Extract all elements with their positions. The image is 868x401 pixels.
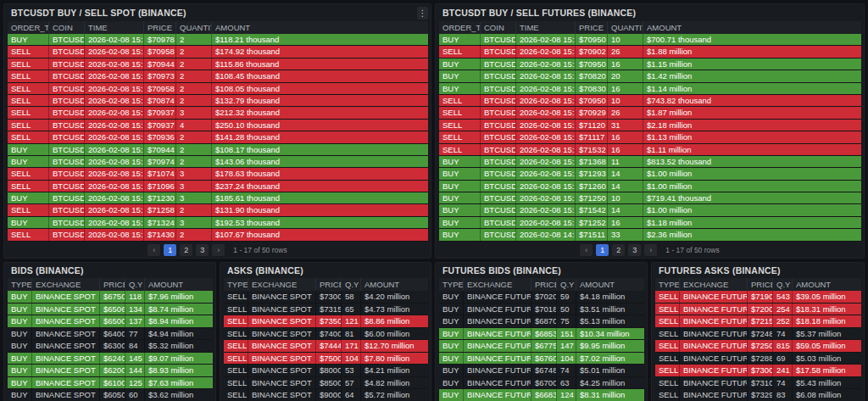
col-header-type[interactable]: TYPE: [224, 278, 248, 291]
table-row[interactable]: BUY BINANCE SPOT $63000 84 $5.32 million: [8, 340, 213, 353]
table-row[interactable]: SELL BINANCE SPOT $85000 57 $4.82 millio…: [224, 377, 428, 390]
col-header-type[interactable]: TYPE: [439, 278, 464, 291]
table-row[interactable]: BUY BTCUSDT 2026-02-08 14:58:57 $71511 3…: [439, 229, 861, 241]
table-row[interactable]: BUY BTCUSDT 2026-02-08 15:19:34 $71250 1…: [439, 192, 861, 204]
col-header-order-type[interactable]: ORDER_TYPE: [439, 21, 481, 34]
table-row[interactable]: SELL BTCUSDT 2026-02-08 15:30:25 $70958 …: [8, 46, 428, 58]
table-row[interactable]: SELL BINANCE FUTURES $73100 74 $5.43 mil…: [655, 377, 861, 390]
col-header-quantity[interactable]: QUANTITY: [608, 21, 643, 34]
panel-menu-kebab-icon[interactable]: ⋮: [417, 7, 428, 19]
table-row[interactable]: BUY BINANCE SPOT $62000 144 $8.93 millio…: [8, 365, 213, 377]
table-row[interactable]: SELL BINANCE FUTURES $73299 83 $6.08 mil…: [655, 389, 861, 401]
col-header-price[interactable]: PRICE: [576, 21, 608, 34]
table-row[interactable]: BUY BINANCE FUTURES $67600 104 $7.02 mil…: [439, 353, 644, 365]
table-row[interactable]: BUY BTCUSDT 2026-02-08 15:26:16 $70974 2…: [8, 156, 428, 168]
col-header-coin[interactable]: COIN: [49, 21, 85, 34]
col-header-price[interactable]: PRICE: [748, 278, 773, 291]
col-header-price[interactable]: PRICE: [531, 278, 557, 291]
table-row[interactable]: SELL BTCUSDT 2026-02-08 15:20:58 $71430 …: [8, 229, 428, 241]
col-header-qy[interactable]: Q.Y: [557, 278, 576, 291]
table-row[interactable]: SELL BINANCE SPOT $90000 64 $5.72 millio…: [224, 389, 428, 401]
table-row[interactable]: BUY BINANCE SPOT $67500 118 $7.96 millio…: [8, 291, 213, 304]
table-row[interactable]: BUY BTCUSDT 2026-02-08 15:19:34 $71542 1…: [439, 204, 861, 216]
table-row[interactable]: SELL BTCUSDT 2026-02-08 15:26:26 $70937 …: [8, 120, 428, 131]
table-row[interactable]: SELL BINANCE FUTURES $72500 815 $59.05 m…: [655, 340, 861, 353]
col-header-amount[interactable]: AMOUNT: [361, 278, 428, 291]
table-row[interactable]: BUY BTCUSDT 2026-02-08 15:19:56 $71260 1…: [439, 181, 861, 192]
table-row[interactable]: BUY BTCUSDT 2026-02-08 15:21:33 $71324 3…: [8, 217, 428, 229]
col-header-time[interactable]: TIME: [516, 21, 576, 34]
table-row[interactable]: SELL BTCUSDT 2026-02-08 15:25:39 $71096 …: [8, 181, 428, 192]
col-header-type[interactable]: TYPE: [655, 278, 680, 291]
table-row[interactable]: SELL BTCUSDT 2026-02-08 15:29:22 $70973 …: [8, 70, 428, 82]
table-row[interactable]: BUY BTCUSDT 2026-02-08 15:29:08 $70950 1…: [439, 58, 861, 70]
col-header-amount[interactable]: AMOUNT: [212, 21, 428, 34]
col-header-quantity[interactable]: QUANTITY: [176, 21, 212, 34]
table-row[interactable]: BUY BINANCE SPOT $61000 125 $7.63 millio…: [8, 377, 213, 390]
table-row[interactable]: SELL BTCUSDT 2026-02-08 15:25:25 $71120 …: [439, 120, 861, 131]
col-header-type[interactable]: TYPE: [8, 278, 32, 291]
table-row[interactable]: BUY BINANCE FUTURES $67488 74 $5.01 mill…: [439, 365, 644, 377]
page-button-3[interactable]: 3: [628, 244, 641, 256]
table-row[interactable]: SELL BTCUSDT 2026-02-08 15:23:05 $71258 …: [8, 204, 428, 216]
table-row[interactable]: BUY BINANCE FUTURES $70181 50 $3.51 mill…: [439, 304, 644, 316]
col-header-exchange[interactable]: EXCHANGE: [464, 278, 531, 291]
table-row[interactable]: SELL BINANCE SPOT $73150 65 $4.73 millio…: [224, 304, 428, 316]
next-page-button[interactable]: ›: [212, 244, 225, 256]
prev-page-button[interactable]: ‹: [147, 244, 160, 256]
table-row[interactable]: BUY BINANCE FUTURES $70200 59 $4.18 mill…: [439, 291, 644, 304]
table-row[interactable]: SELL BINANCE FUTURES $72888 69 $5.03 mil…: [655, 353, 861, 365]
table-row[interactable]: SELL BTCUSDT 2026-02-08 15:28:20 $70929 …: [439, 107, 861, 119]
table-row[interactable]: SELL BINANCE SPOT $73000 58 $4.20 millio…: [224, 291, 428, 304]
table-row[interactable]: SELL BINANCE SPOT $73500 121 $8.86 milli…: [224, 315, 428, 328]
table-row[interactable]: SELL BTCUSDT 2026-02-08 15:21:04 $71532 …: [439, 144, 861, 156]
table-row[interactable]: BUY BTCUSDT 2026-02-08 15:23:43 $71230 3…: [8, 192, 428, 204]
table-row[interactable]: SELL BINANCE FUTURES $73000 241 $17.58 m…: [655, 365, 861, 377]
table-row[interactable]: SELL BTCUSDT 2026-02-08 15:29:17 $70958 …: [8, 83, 428, 95]
table-row[interactable]: BUY BINANCE FUTURES $66830 124 $8.31 mil…: [439, 389, 644, 401]
col-header-amount[interactable]: AMOUNT: [643, 21, 861, 34]
table-row[interactable]: SELL BINANCE FUTURES $72000 254 $18.31 m…: [655, 304, 861, 316]
table-row[interactable]: BUY BINANCE SPOT $64000 77 $4.94 million: [8, 328, 213, 341]
page-button-2[interactable]: 2: [612, 244, 625, 256]
col-header-price[interactable]: PRICE: [100, 278, 125, 291]
table-row[interactable]: BUY BINANCE SPOT $65000 137 $8.94 millio…: [8, 315, 213, 328]
page-button-3[interactable]: 3: [196, 244, 209, 256]
col-header-order-type[interactable]: ORDER_TYPE: [8, 21, 49, 34]
table-row[interactable]: BUY BINANCE FUTURES $68700 75 $5.13 mill…: [439, 315, 644, 328]
table-row[interactable]: BUY BINANCE SPOT $65068 134 $8.74 millio…: [8, 304, 213, 316]
table-row[interactable]: BUY BTCUSDT 2026-02-08 15:26:20 $70944 2…: [8, 144, 428, 156]
table-row[interactable]: SELL BTCUSDT 2026-02-08 15:26:00 $71074 …: [8, 168, 428, 180]
col-header-qy[interactable]: Q.Y: [342, 278, 361, 291]
table-row[interactable]: SELL BTCUSDT 2026-02-08 15:26:22 $70936 …: [8, 131, 428, 143]
prev-page-button[interactable]: ‹: [580, 244, 593, 256]
col-header-amount[interactable]: AMOUNT: [576, 278, 644, 291]
col-header-time[interactable]: TIME: [85, 21, 144, 34]
table-row[interactable]: SELL BINANCE SPOT $74000 81 $6.00 millio…: [224, 328, 428, 341]
table-row[interactable]: SELL BINANCE SPOT $75000 104 $7.80 milli…: [224, 353, 428, 365]
col-header-exchange[interactable]: EXCHANGE: [248, 278, 316, 291]
table-row[interactable]: SELL BTCUSDT 2026-02-08 15:27:43 $70874 …: [8, 95, 428, 107]
col-header-price[interactable]: PRICE: [316, 278, 342, 291]
table-row[interactable]: SELL BTCUSDT 2026-02-08 15:31:27 $70902 …: [439, 46, 861, 58]
table-row[interactable]: BUY BTCUSDT 2026-02-08 15:31:56 $70950 1…: [439, 34, 861, 46]
table-row[interactable]: BUY BTCUSDT 2026-02-08 15:32:00 $70978 2…: [8, 34, 428, 46]
table-row[interactable]: SELL BTCUSDT 2026-02-08 15:25:25 $71117 …: [439, 131, 861, 143]
table-row[interactable]: BUY BINANCE SPOT $60500 60 $3.62 million: [8, 389, 213, 401]
table-row[interactable]: SELL BINANCE FUTURES $71900 543 $39.05 m…: [655, 291, 861, 304]
col-header-amount[interactable]: AMOUNT: [793, 278, 861, 291]
col-header-exchange[interactable]: EXCHANGE: [32, 278, 100, 291]
col-header-exchange[interactable]: EXCHANGE: [680, 278, 748, 291]
table-row[interactable]: BUY BTCUSDT 2026-02-08 15:17:57 $71252 1…: [439, 217, 861, 229]
page-button-2[interactable]: 2: [180, 244, 192, 256]
table-row[interactable]: SELL BINANCE FUTURES $72150 252 $18.18 m…: [655, 315, 861, 328]
table-row[interactable]: BUY BTCUSDT 2026-02-08 15:28:13 $70830 1…: [439, 83, 861, 95]
table-row[interactable]: BUY BINANCE FUTURES $67000 63 $4.25 mill…: [439, 377, 644, 390]
col-header-coin[interactable]: COIN: [481, 21, 516, 34]
table-row[interactable]: SELL BINANCE SPOT $80000 53 $4.21 millio…: [224, 365, 428, 377]
table-row[interactable]: BUY BTCUSDT 2026-02-08 15:20:07 $71293 1…: [439, 168, 861, 180]
table-row[interactable]: SELL BINANCE FUTURES $72488 74 $5.37 mil…: [655, 328, 861, 341]
page-button-1[interactable]: 1: [164, 244, 176, 256]
table-row[interactable]: SELL BTCUSDT 2026-02-08 15:28:20 $70950 …: [439, 95, 861, 107]
table-row[interactable]: SELL BTCUSDT 2026-02-08 15:26:26 $70937 …: [8, 107, 428, 119]
